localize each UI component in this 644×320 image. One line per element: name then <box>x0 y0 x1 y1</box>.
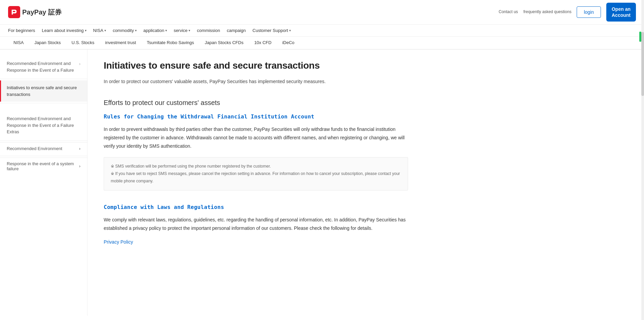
sub-heading-compliance: Compliance with Laws and Regulations <box>104 204 408 210</box>
nav-item-commission[interactable]: commission <box>197 28 220 33</box>
sidebar-sub-item-recommended[interactable]: Recommended Environment › <box>0 142 87 154</box>
header: PayPay 証券 Contact us frequently asked qu… <box>0 0 644 25</box>
sub-nav: NISA Japan Stocks U.S. Stocks investment… <box>0 37 644 49</box>
chevron-right-icon: › <box>79 164 80 169</box>
nav-item-support[interactable]: Customer Support ▾ <box>252 28 291 33</box>
sidebar-divider <box>0 103 87 103</box>
tab-ideco[interactable]: iDeCo <box>277 37 300 49</box>
note-box: ※ SMS verification will be performed usi… <box>104 157 408 190</box>
chevron-down-icon: ▾ <box>165 29 167 32</box>
section-heading-efforts: Efforts to protect our customers' assets <box>104 99 408 107</box>
page-title: Initiatives to ensure safe and secure tr… <box>104 60 408 71</box>
withdrawal-body: In order to prevent withdrawals by third… <box>104 125 408 151</box>
nav-item-commodity[interactable]: commodity ▾ <box>113 28 137 33</box>
privacy-policy-link[interactable]: Privacy Policy <box>104 239 133 245</box>
tab-japan-stocks[interactable]: Japan Stocks <box>29 37 66 49</box>
tab-us-stocks[interactable]: U.S. Stocks <box>66 37 100 49</box>
nav-item-application[interactable]: application ▾ <box>143 28 167 33</box>
compliance-body: We comply with relevant laws, regulation… <box>104 216 408 233</box>
chevron-down-icon: ▾ <box>289 29 291 32</box>
chevron-down-icon: ▾ <box>189 29 190 32</box>
contact-link[interactable]: Contact us <box>499 9 518 15</box>
note-line-2: ※ If you have set to reject SMS messages… <box>111 170 401 185</box>
header-links: Contact us frequently asked questions <box>499 9 571 15</box>
chevron-right-icon: › <box>79 61 80 67</box>
sidebar-divider <box>0 141 87 141</box>
sidebar-top-link[interactable]: Recommended Environment and Response in … <box>0 56 87 77</box>
nav-item-service[interactable]: service ▾ <box>174 28 190 33</box>
tab-nisa[interactable]: NISA <box>8 37 29 49</box>
logo: PayPay 証券 <box>8 6 62 18</box>
intro-text: In order to protect our customers' valua… <box>104 78 408 85</box>
logo-icon <box>8 6 20 18</box>
page-layout: Recommended Environment and Response in … <box>0 49 644 316</box>
sub-heading-withdrawal: Rules for Changing the Withdrawal Financ… <box>104 113 408 120</box>
tab-tsumitate[interactable]: Tsumitate Robo Savings <box>141 37 199 49</box>
nav-item-beginners[interactable]: For beginners <box>8 28 35 33</box>
nav-item-campaign[interactable]: campaign <box>227 28 246 33</box>
main-nav: For beginners Learn about investing ▾ NI… <box>0 25 644 37</box>
section-efforts: Efforts to protect our customers' assets… <box>104 99 408 190</box>
scroll-indicator <box>639 32 641 42</box>
nav-item-nisa[interactable]: NISA ▾ <box>93 28 106 33</box>
main-content: Initiatives to ensure safe and secure tr… <box>88 49 424 316</box>
login-button[interactable]: login <box>577 6 601 18</box>
sidebar-active-item[interactable]: Initiatives to ensure safe and secure tr… <box>0 80 87 102</box>
scrollbar-thumb <box>641 32 644 96</box>
chevron-down-icon: ▾ <box>104 29 106 32</box>
header-right: Contact us frequently asked questions lo… <box>499 3 636 22</box>
faq-link[interactable]: frequently asked questions <box>523 9 572 15</box>
tab-investment-trust[interactable]: investment trust <box>100 37 141 49</box>
open-account-button[interactable]: Open an Account <box>606 3 636 22</box>
chevron-down-icon: ▾ <box>135 29 137 32</box>
chevron-right-icon: › <box>79 146 80 151</box>
nav-item-learn[interactable]: Learn about investing ▾ <box>42 28 86 33</box>
sidebar-divider <box>0 79 87 79</box>
chevron-down-icon: ▾ <box>85 29 87 32</box>
tab-japan-cfds[interactable]: Japan Stocks CFDs <box>199 37 249 49</box>
sidebar-divider <box>0 156 87 156</box>
section-compliance: Compliance with Laws and Regulations We … <box>104 204 408 245</box>
scrollbar[interactable] <box>641 0 644 316</box>
sidebar-section-link[interactable]: Recommended Environment and Response in … <box>0 111 87 139</box>
sidebar-sub-item-response[interactable]: Response in the event of a system failur… <box>0 157 87 175</box>
logo-text: PayPay 証券 <box>22 8 62 17</box>
note-line-1: ※ SMS verification will be performed usi… <box>111 163 401 170</box>
tab-10x-cfd[interactable]: 10x CFD <box>249 37 277 49</box>
sidebar: Recommended Environment and Response in … <box>0 49 88 316</box>
